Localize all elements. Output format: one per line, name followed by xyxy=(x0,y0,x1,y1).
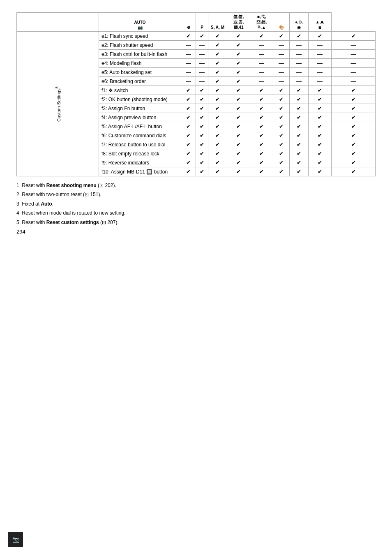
row-label: f7: Release button to use dial xyxy=(99,140,181,149)
cell-auto: — xyxy=(181,59,196,68)
cell-col5: — xyxy=(250,50,273,59)
cell-col5: — xyxy=(250,68,273,77)
row-label: f5: Assign AE-L/AF-L button xyxy=(99,122,181,131)
row-label: f6: Customize command dials xyxy=(99,131,181,140)
cell-col8: — xyxy=(309,41,332,50)
cell-sam: ✔ xyxy=(227,77,250,86)
cell-p: ✔ xyxy=(208,41,227,50)
cell-col7: — xyxy=(290,50,309,59)
header-auto: AUTO📷 xyxy=(99,13,181,32)
cell-sam: ✔ xyxy=(227,131,250,140)
cell-col7: ✔ xyxy=(290,104,309,113)
cell-col6: ✔ xyxy=(273,113,290,122)
cell-scene: ✔ xyxy=(196,140,208,149)
cell-scene: ✔ xyxy=(196,32,208,41)
header-label xyxy=(17,13,99,32)
cell-col7: ✔ xyxy=(290,140,309,149)
cell-auto: ✔ xyxy=(181,32,196,41)
cell-col9: ✔ xyxy=(332,158,376,167)
cell-col8: ✔ xyxy=(309,122,332,131)
header-col7: 🎨 xyxy=(273,13,290,32)
cell-sam: ✔ xyxy=(227,95,250,104)
footnote-2: 2 Reset with two-button reset (⊡ 151). xyxy=(16,190,376,199)
cell-col5: ✔ xyxy=(250,104,273,113)
cell-scene: ✔ xyxy=(196,122,208,131)
cell-col9: — xyxy=(332,41,376,50)
cell-p: ✔ xyxy=(208,77,227,86)
row-label: f8: Slot empty release lock xyxy=(99,149,181,158)
cell-col9: ✔ xyxy=(332,104,376,113)
cell-auto: ✔ xyxy=(181,95,196,104)
cell-scene: — xyxy=(196,59,208,68)
corner-icon-symbol: 📷 xyxy=(12,536,19,543)
row-label: e5: Auto bracketing set xyxy=(99,68,181,77)
cell-p: ✔ xyxy=(208,104,227,113)
cell-sam: ✔ xyxy=(227,50,250,59)
cell-scene: — xyxy=(196,41,208,50)
cell-col8: ✔ xyxy=(309,104,332,113)
cell-col6: ✔ xyxy=(273,149,290,158)
cell-sam: ✔ xyxy=(227,113,250,122)
cell-scene: ✔ xyxy=(196,113,208,122)
table-header-row: AUTO📷 ⊕ P S, A, M 签,签,业,囚,滕,41 ■,弋,囧,拙,≛… xyxy=(17,13,376,32)
cell-col7: ✔ xyxy=(290,167,309,176)
cell-col6: — xyxy=(273,59,290,68)
cell-scene: ✔ xyxy=(196,95,208,104)
cell-col5: — xyxy=(250,77,273,86)
cell-col9: ✔ xyxy=(332,95,376,104)
cell-sam: ✔ xyxy=(227,32,250,41)
cell-auto: — xyxy=(181,50,196,59)
cell-col9: ✔ xyxy=(332,122,376,131)
cell-p: ✔ xyxy=(208,131,227,140)
row-label: e3: Flash cntrl for built-in flash xyxy=(99,50,181,59)
cell-col7: ✔ xyxy=(290,95,309,104)
cell-p: ✔ xyxy=(208,113,227,122)
cell-col5: ✔ xyxy=(250,113,273,122)
cell-p: ✔ xyxy=(208,59,227,68)
cell-col7: — xyxy=(290,77,309,86)
row-label: f2: OK button (shooting mode) xyxy=(99,95,181,104)
cell-col9: ✔ xyxy=(332,140,376,149)
header-sam: S, A, M xyxy=(208,13,227,32)
footnote-4: 4 Reset when mode dial is rotated to new… xyxy=(16,209,376,217)
cell-auto: ✔ xyxy=(181,104,196,113)
cell-col5: ✔ xyxy=(250,32,273,41)
cell-col6: — xyxy=(273,77,290,86)
cell-col6: — xyxy=(273,68,290,77)
cell-col7: ✔ xyxy=(290,122,309,131)
cell-col6: ✔ xyxy=(273,158,290,167)
cell-col7: — xyxy=(290,41,309,50)
cell-col8: ✔ xyxy=(309,167,332,176)
cell-col9: — xyxy=(332,68,376,77)
cell-p: ✔ xyxy=(208,149,227,158)
cell-auto: — xyxy=(181,68,196,77)
cell-p: ✔ xyxy=(208,140,227,149)
cell-scene: — xyxy=(196,77,208,86)
cell-col7: ✔ xyxy=(290,32,309,41)
cell-col9: — xyxy=(332,50,376,59)
cell-col5: — xyxy=(250,41,273,50)
cell-col7: — xyxy=(290,68,309,77)
cell-sam: ✔ xyxy=(227,41,250,50)
cell-col8: ✔ xyxy=(309,140,332,149)
row-label: f1: ❖ switch xyxy=(99,86,181,95)
cell-col6: ✔ xyxy=(273,122,290,131)
header-p: P xyxy=(196,13,208,32)
cell-sam: ✔ xyxy=(227,158,250,167)
cell-col9: — xyxy=(332,77,376,86)
cell-col9: ✔ xyxy=(332,149,376,158)
cell-col5: — xyxy=(250,59,273,68)
header-col8: ♦,⊙,◉ xyxy=(290,13,309,32)
cell-p: ✔ xyxy=(208,68,227,77)
cell-col6: ✔ xyxy=(273,104,290,113)
cell-sam: ✔ xyxy=(227,68,250,77)
cell-col6: ✔ xyxy=(273,167,290,176)
corner-icon: 📷 xyxy=(8,532,23,547)
cell-col5: ✔ xyxy=(250,131,273,140)
section-label: Custom Settings5 xyxy=(17,32,99,176)
cell-auto: ✔ xyxy=(181,86,196,95)
cell-col7: ✔ xyxy=(290,131,309,140)
cell-col9: ✔ xyxy=(332,131,376,140)
cell-col5: ✔ xyxy=(250,167,273,176)
cell-scene: ✔ xyxy=(196,86,208,95)
